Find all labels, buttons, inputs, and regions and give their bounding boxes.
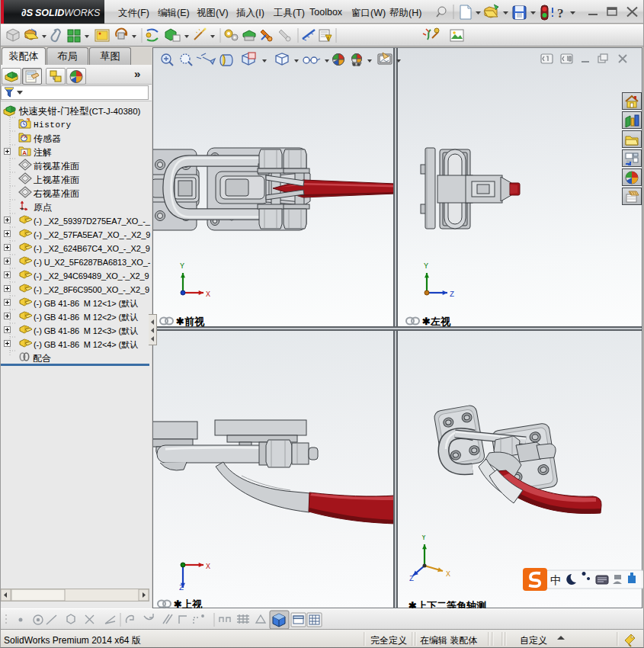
svg-text:X: X [446, 570, 450, 579]
svg-text:X: X [206, 290, 210, 299]
svg-text:Y: Y [421, 535, 426, 542]
svg-text:Z: Z [409, 575, 414, 581]
svg-text:Z: Z [450, 290, 454, 299]
svg-text:∂S: ∂S [21, 7, 33, 18]
svg-text:!: ! [328, 36, 329, 41]
svg-text:A: A [22, 149, 27, 156]
svg-text:Z: Z [179, 584, 184, 591]
svg-text:?: ? [557, 6, 564, 21]
svg-text:中: 中 [550, 573, 562, 587]
svg-text:SOLIDWORKS: SOLIDWORKS [35, 8, 101, 18]
svg-text:X: X [206, 563, 210, 571]
svg-text:Y: Y [180, 262, 184, 271]
svg-text:Y: Y [424, 262, 428, 271]
